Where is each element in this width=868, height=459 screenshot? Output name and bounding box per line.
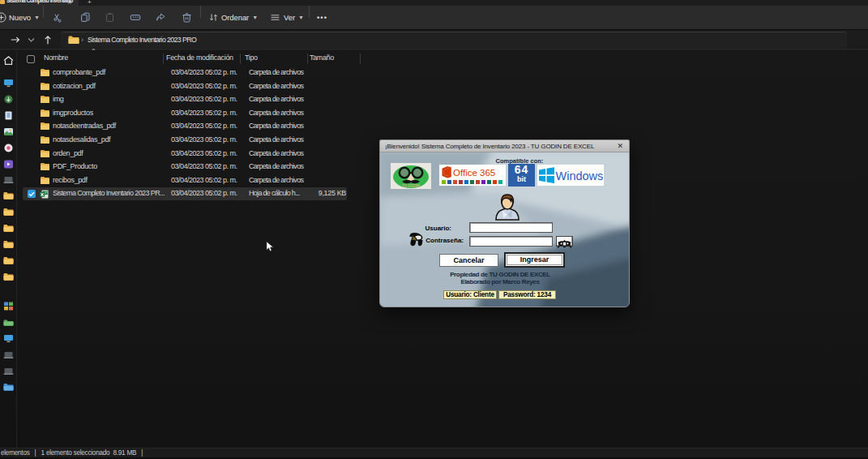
svg-text:Windows: Windows (556, 169, 604, 182)
svg-text:TU GODIN: TU GODIN (402, 184, 420, 188)
svg-text:Office 365: Office 365 (453, 168, 495, 178)
